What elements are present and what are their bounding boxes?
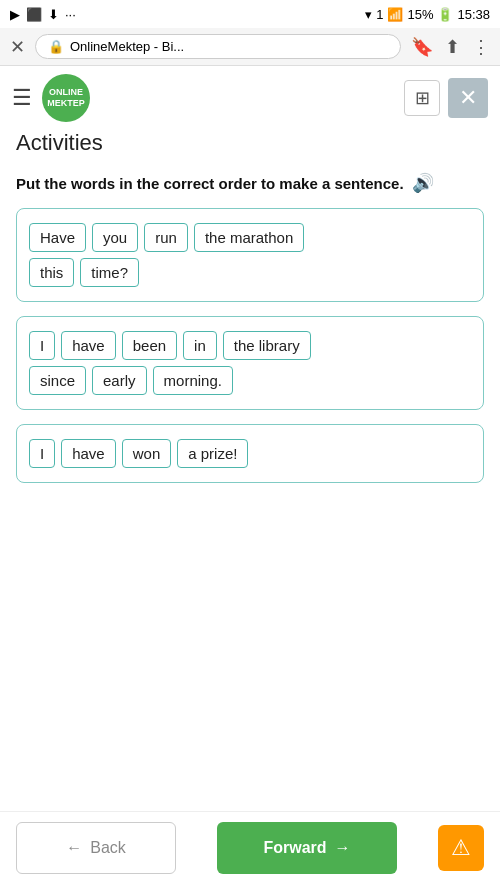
word-tag[interactable]: been: [122, 331, 177, 360]
page-title: Activities: [16, 130, 484, 156]
word-tag[interactable]: the library: [223, 331, 311, 360]
battery-percent: 15%: [407, 7, 433, 22]
word-tag[interactable]: morning.: [153, 366, 233, 395]
browser-bar: ✕ 🔒 OnlineMektep - Bi... 🔖 ⬆ ⋮: [0, 28, 500, 66]
warning-fab[interactable]: ⚠: [438, 825, 484, 871]
hamburger-icon[interactable]: ☰: [12, 85, 32, 111]
word-tag[interactable]: time?: [80, 258, 139, 287]
instruction-text: Put the words in the correct order to ma…: [16, 175, 404, 192]
sentence-box-3: I have won a prize!: [16, 424, 484, 483]
signal-icon-1: 1: [376, 7, 383, 22]
dots: ···: [65, 7, 76, 22]
top-nav: ☰ ONLINE MEKTEP ⊞ ✕: [0, 66, 500, 130]
word-tag[interactable]: run: [144, 223, 188, 252]
browser-close-icon[interactable]: ✕: [10, 36, 25, 58]
sentence-box-1: Have you run the marathon this time?: [16, 208, 484, 302]
word-tag[interactable]: since: [29, 366, 86, 395]
forward-arrow-icon: →: [335, 839, 351, 857]
page-content: Activities Put the words in the correct …: [0, 130, 500, 603]
bookmark-icon[interactable]: 🔖: [411, 36, 433, 58]
sentence-box-2: I have been in the library since early m…: [16, 316, 484, 410]
warning-icon: ⚠: [451, 835, 471, 861]
bottom-nav: ← Back Forward → ⚠: [0, 811, 500, 888]
browser-icons: 🔖 ⬆ ⋮: [411, 36, 490, 58]
word-row-1-2: this time?: [29, 258, 471, 287]
share-icon[interactable]: ⬆: [445, 36, 460, 58]
logo: ONLINE MEKTEP: [42, 74, 90, 122]
status-right: ▾ 1 📶 15% 🔋 15:38: [365, 7, 490, 22]
lock-icon: 🔒: [48, 39, 64, 54]
battery-icon: 🔋: [437, 7, 453, 22]
word-row-1-1: Have you run the marathon: [29, 223, 471, 252]
word-tag[interactable]: won: [122, 439, 172, 468]
instruction: Put the words in the correct order to ma…: [16, 172, 484, 194]
word-tag[interactable]: I: [29, 331, 55, 360]
word-row-2-2: since early morning.: [29, 366, 471, 395]
site-title: OnlineMektep - Bi...: [70, 39, 184, 54]
more-icon[interactable]: ⋮: [472, 36, 490, 58]
app-icon-2: ⬛: [26, 7, 42, 22]
back-arrow-icon: ←: [66, 839, 82, 857]
nav-left: ☰ ONLINE MEKTEP: [12, 74, 90, 122]
status-bar: ▶ ⬛ ⬇ ··· ▾ 1 📶 15% 🔋 15:38: [0, 0, 500, 28]
address-bar[interactable]: 🔒 OnlineMektep - Bi...: [35, 34, 401, 59]
signal-icon-2: 📶: [387, 7, 403, 22]
word-tag[interactable]: you: [92, 223, 138, 252]
word-tag[interactable]: the marathon: [194, 223, 304, 252]
clock: 15:38: [457, 7, 490, 22]
word-tag[interactable]: this: [29, 258, 74, 287]
word-tag[interactable]: I: [29, 439, 55, 468]
close-button[interactable]: ✕: [448, 78, 488, 118]
speaker-icon[interactable]: 🔊: [412, 172, 434, 194]
status-left: ▶ ⬛ ⬇ ···: [10, 7, 76, 22]
grid-icon[interactable]: ⊞: [404, 80, 440, 116]
forward-button[interactable]: Forward →: [217, 822, 397, 874]
word-tag[interactable]: in: [183, 331, 217, 360]
word-row-3-1: I have won a prize!: [29, 439, 471, 468]
wifi-icon: ▾: [365, 7, 372, 22]
word-tag[interactable]: early: [92, 366, 147, 395]
back-button[interactable]: ← Back: [16, 822, 176, 874]
word-row-2-1: I have been in the library: [29, 331, 471, 360]
word-tag[interactable]: a prize!: [177, 439, 248, 468]
nav-right: ⊞ ✕: [404, 78, 488, 118]
app-icon-1: ▶: [10, 7, 20, 22]
word-tag[interactable]: have: [61, 439, 116, 468]
word-tag[interactable]: Have: [29, 223, 86, 252]
word-tag[interactable]: have: [61, 331, 116, 360]
download-icon: ⬇: [48, 7, 59, 22]
